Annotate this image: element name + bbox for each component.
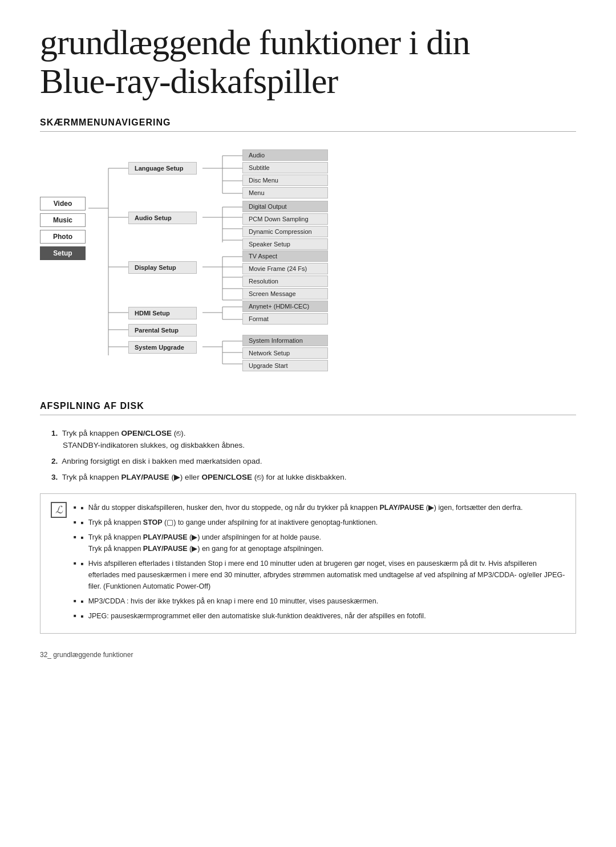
section1-title: SKÆRMMENUNAVIGERING bbox=[40, 117, 576, 132]
submenu-item-network-setup[interactable]: Network Setup bbox=[242, 347, 328, 359]
section2-title: AFSPILNING AF DISK bbox=[40, 401, 576, 415]
menu-item-setup[interactable]: Setup bbox=[40, 246, 86, 260]
submenu-label-audio[interactable]: Audio Setup bbox=[128, 212, 197, 224]
step-1-sub: STANDBY-indikatoren slukkes, og diskbakk… bbox=[63, 441, 245, 449]
submenu-items-hdmi: Anynet+ (HDMI-CEC) Format bbox=[242, 301, 328, 325]
note-icon: ℒ bbox=[51, 502, 67, 518]
submenu-system-upgrade: System Upgrade bbox=[128, 341, 197, 354]
submenu-item-disc-menu[interactable]: Disc Menu bbox=[242, 175, 328, 186]
menu-item-video[interactable]: Video bbox=[40, 197, 86, 210]
steps-list: 1. Tryk på knappen OPEN/CLOSE (⎋). STAND… bbox=[51, 428, 576, 483]
submenu-item-menu[interactable]: Menu bbox=[242, 187, 328, 198]
submenu-hdmi-setup: HDMI Setup bbox=[128, 307, 197, 319]
step-1: 1. Tryk på knappen OPEN/CLOSE (⎋). STAND… bbox=[51, 428, 576, 451]
menu-item-music[interactable]: Music bbox=[40, 213, 86, 227]
note-5: ■ MP3/CDDA : hvis der ikke trykkes på en… bbox=[74, 595, 565, 607]
section-afspilning: AFSPILNING AF DISK 1. Tryk på knappen OP… bbox=[40, 401, 576, 634]
submenu-language-setup: Language Setup bbox=[128, 162, 197, 175]
submenu-item-resolution[interactable]: Resolution bbox=[242, 275, 328, 287]
submenu-parental-setup: Parental Setup bbox=[128, 324, 197, 337]
submenu-item-screen-message[interactable]: Screen Message bbox=[242, 288, 328, 299]
note-2: ■ Tryk på knappen STOP (▢) to gange unde… bbox=[74, 517, 565, 528]
submenu-item-subtitle[interactable]: Subtitle bbox=[242, 162, 328, 173]
note-content: ■ Når du stopper diskafspilleren, husker… bbox=[74, 502, 565, 625]
submenu-item-movie-frame[interactable]: Movie Frame (24 Fs) bbox=[242, 263, 328, 274]
submenu-label-language[interactable]: Language Setup bbox=[128, 162, 197, 175]
note-4: ■ Hvis afspilleren efterlades i tilstand… bbox=[74, 558, 565, 592]
note-box: ℒ ■ Når du stopper diskafspilleren, husk… bbox=[40, 493, 576, 634]
submenu-audio-setup: Audio Setup bbox=[128, 212, 197, 224]
nav-diagram: Video Music Photo Setup Language Setup A… bbox=[40, 144, 553, 384]
submenu-item-system-info[interactable]: System Information bbox=[242, 335, 328, 346]
submenu-label-hdmi[interactable]: HDMI Setup bbox=[128, 307, 197, 319]
submenu-item-dynamic[interactable]: Dynamic Compression bbox=[242, 226, 328, 237]
page-footer: 32_ grundlæggende funktioner bbox=[40, 651, 576, 659]
submenu-items-system: System Information Network Setup Upgrade… bbox=[242, 335, 328, 371]
submenu-display-setup: Display Setup bbox=[128, 261, 197, 274]
section-skærmmenunavigering: SKÆRMMENUNAVIGERING bbox=[40, 117, 576, 384]
submenu-item-digital-output[interactable]: Digital Output bbox=[242, 201, 328, 212]
step-2: 2. Anbring forsigtigt en disk i bakken m… bbox=[51, 456, 576, 467]
submenu-label-system[interactable]: System Upgrade bbox=[128, 341, 197, 354]
page-title: grundlæggende funktioner i din Blue-ray-… bbox=[40, 23, 576, 100]
left-menu: Video Music Photo Setup bbox=[40, 197, 86, 260]
submenu-items-language: Audio Subtitle Disc Menu Menu bbox=[242, 149, 328, 198]
submenu-item-upgrade-start[interactable]: Upgrade Start bbox=[242, 360, 328, 371]
menu-item-photo[interactable]: Photo bbox=[40, 230, 86, 244]
step-3: 3. Tryk på knappen PLAY/PAUSE (▶) eller … bbox=[51, 472, 576, 483]
note-1: ■ Når du stopper diskafspilleren, husker… bbox=[74, 502, 565, 513]
submenu-item-pcm[interactable]: PCM Down Sampling bbox=[242, 213, 328, 225]
submenu-item-speaker[interactable]: Speaker Setup bbox=[242, 238, 328, 250]
submenu-item-format[interactable]: Format bbox=[242, 313, 328, 325]
submenu-label-parental[interactable]: Parental Setup bbox=[128, 324, 197, 337]
submenu-item-tv-aspect[interactable]: TV Aspect bbox=[242, 250, 328, 262]
note-3: ■ Tryk på knappen PLAY/PAUSE (▶) under a… bbox=[74, 532, 565, 554]
submenu-item-anynet[interactable]: Anynet+ (HDMI-CEC) bbox=[242, 301, 328, 312]
note-6: ■ JPEG: pauseskærmprogrammet eller den a… bbox=[74, 610, 565, 622]
submenu-label-display[interactable]: Display Setup bbox=[128, 261, 197, 274]
submenu-items-audio: Digital Output PCM Down Sampling Dynamic… bbox=[242, 201, 328, 250]
submenu-item-audio[interactable]: Audio bbox=[242, 149, 328, 161]
